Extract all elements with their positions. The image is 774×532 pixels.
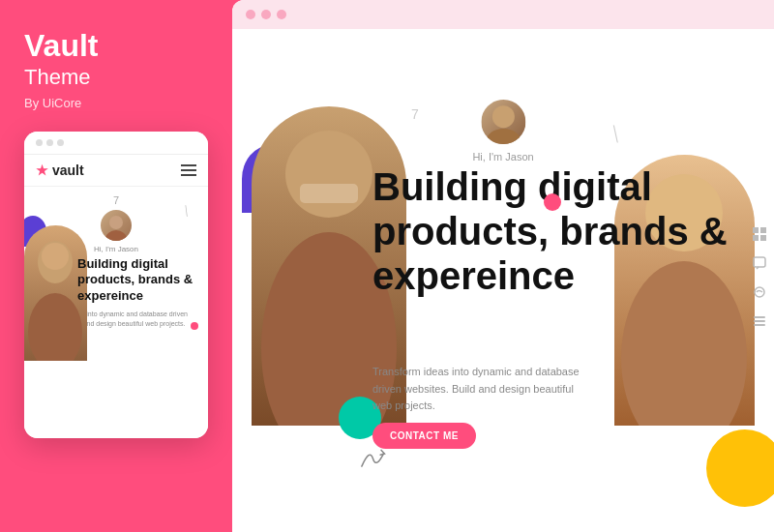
mobile-nav: ★ vault — [24, 155, 208, 187]
scene-desc: Transform ideas into dynamic and databas… — [372, 364, 595, 415]
scene-number: 7 — [411, 106, 419, 122]
svg-rect-15 — [760, 235, 766, 241]
brand-title: Vault Theme By UiCore — [24, 29, 98, 110]
right-panel: 7 Hi, I'm Jason Building digitalproducts… — [232, 0, 774, 532]
svg-rect-12 — [753, 227, 759, 233]
mobile-avatar-wrap — [34, 210, 198, 241]
mobile-browser-bar — [24, 132, 208, 155]
scene-avatar — [478, 97, 528, 147]
left-panel: Vault Theme By UiCore ★ vault 7 ╲ — [0, 0, 232, 532]
sidebar-icon-comment[interactable] — [749, 252, 770, 274]
desktop-browser-bar — [232, 0, 774, 29]
mobile-dot-2 — [46, 139, 53, 146]
svg-rect-20 — [754, 324, 765, 326]
scene-cta-button[interactable]: CONTACT ME — [372, 423, 476, 449]
svg-point-17 — [755, 287, 764, 297]
svg-rect-13 — [760, 227, 766, 233]
svg-rect-7 — [300, 184, 358, 203]
mobile-content: 7 ╲ Hi, I'm Jason Building dig — [24, 187, 208, 438]
svg-rect-16 — [754, 257, 765, 267]
mobile-logo-text: vault — [52, 163, 84, 178]
svg-rect-18 — [754, 316, 765, 318]
svg-point-1 — [105, 230, 127, 241]
mobile-number: 7 — [34, 194, 198, 206]
svg-rect-19 — [754, 320, 765, 322]
sidebar-icon-grid[interactable] — [749, 223, 770, 245]
browser-dot-3 — [277, 10, 286, 19]
browser-dot-1 — [246, 10, 255, 19]
mobile-dots — [36, 139, 64, 146]
mobile-logo-star-icon: ★ — [36, 163, 48, 178]
svg-point-0 — [109, 216, 123, 229]
desktop-content: 7 Hi, I'm Jason Building digitalproducts… — [232, 29, 774, 526]
scene-avatar-row: Hi, I'm Jason — [472, 97, 533, 163]
scene-heading: Building digitalproducts, brands &expere… — [372, 164, 740, 298]
sidebar-icon-link[interactable] — [749, 281, 770, 303]
svg-point-11 — [486, 129, 520, 147]
sidebar-icon-menu[interactable] — [749, 310, 770, 332]
mobile-logo: ★ vault — [36, 163, 84, 178]
mobile-preview: ★ vault 7 ╲ Hi, I'm Jason — [24, 132, 208, 438]
mobile-dot-1 — [36, 139, 43, 146]
scene-yellow-circle — [706, 429, 774, 507]
mobile-heading: Building digital products, brands & expe… — [34, 256, 198, 304]
svg-point-10 — [491, 105, 514, 128]
mobile-avatar — [101, 210, 132, 241]
mobile-hamburger-icon[interactable] — [181, 164, 196, 176]
svg-rect-14 — [753, 235, 759, 241]
sidebar-icons — [745, 216, 774, 340]
mobile-dot-3 — [57, 139, 64, 146]
svg-point-5 — [285, 131, 372, 218]
scene-pink-dot — [544, 193, 561, 211]
scene-squiggle-top-icon: ╲ — [610, 125, 621, 142]
browser-dot-2 — [261, 10, 271, 19]
scene-hi-text: Hi, I'm Jason — [472, 151, 533, 163]
mobile-pink-dot — [191, 322, 198, 330]
